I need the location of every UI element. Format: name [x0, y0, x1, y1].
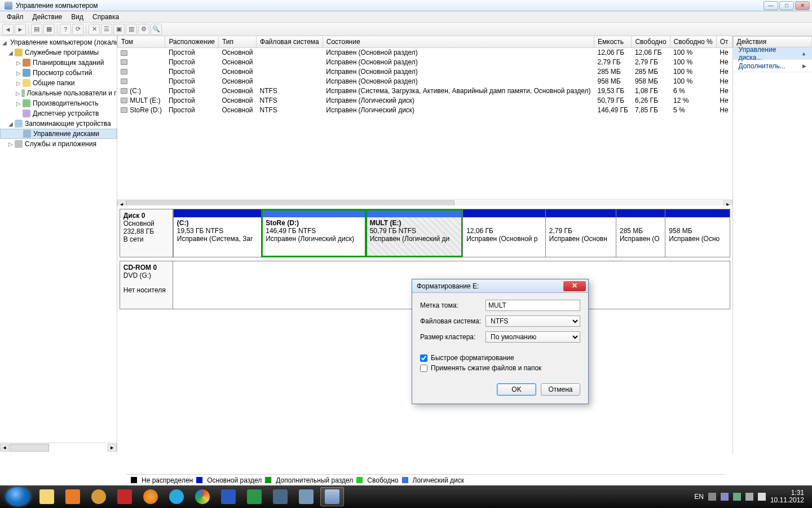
tree-scrollbar[interactable]: ◄► — [0, 443, 117, 452]
tree-device-manager[interactable]: Диспетчер устройств — [0, 108, 117, 119]
search-button[interactable]: 🔍 — [151, 24, 162, 35]
taskbar-app1[interactable] — [268, 487, 292, 506]
taskbar[interactable]: EN 1:3110.11.2012 — [0, 485, 812, 508]
tree-disk-management[interactable]: Управление дисками — [0, 129, 117, 139]
taskbar-app2[interactable] — [294, 487, 318, 506]
menu-help[interactable]: Справка — [88, 12, 123, 22]
disk0-header[interactable]: Диск 0 Основной 232,88 ГБ В сети — [120, 209, 173, 257]
refresh-button[interactable]: ⟳ — [72, 24, 83, 35]
tree-task-scheduler[interactable]: ▷Планировщик заданий — [0, 58, 117, 68]
label-compress: Применять сжатие файлов и папок — [431, 364, 541, 372]
taskbar-skype[interactable] — [165, 487, 188, 506]
menu-file[interactable]: Файл — [2, 12, 28, 22]
delete-button[interactable]: ✕ — [89, 24, 100, 35]
menu-action[interactable]: Действие — [28, 12, 67, 22]
col-capacity[interactable]: Емкость — [594, 36, 632, 47]
col-volume[interactable]: Том — [117, 36, 165, 47]
col-freepct[interactable]: Свободно % — [670, 36, 716, 47]
tray-icon[interactable] — [708, 493, 716, 501]
help2-button[interactable]: ? — [60, 24, 71, 35]
taskbar-mgmt[interactable] — [320, 487, 344, 506]
back-button[interactable]: ◄ — [2, 24, 14, 35]
list-button[interactable]: ☰ — [101, 24, 112, 35]
grid-top-button[interactable]: ▣ — [113, 24, 125, 35]
disk0-row[interactable]: Диск 0 Основной 232,88 ГБ В сети (C:)19,… — [120, 209, 730, 257]
taskbar-excel[interactable] — [242, 487, 266, 506]
tree-storage[interactable]: ◢Запоминающие устройства — [0, 119, 117, 129]
maximize-button[interactable]: □ — [779, 1, 794, 10]
forward-button[interactable]: ► — [15, 24, 26, 35]
volume-row[interactable]: ПростойОсновнойИсправен (Основной раздел… — [117, 57, 732, 67]
format-dialog: Форматирование E: ✕ Метка тома: Файловая… — [412, 279, 589, 404]
volume-row[interactable]: ПростойОсновнойИсправен (Основной раздел… — [117, 47, 732, 57]
action-center-icon[interactable] — [758, 493, 766, 501]
volume-list[interactable]: Том Расположение Тип Файловая система Со… — [117, 36, 732, 205]
network-icon[interactable] — [733, 493, 741, 501]
taskbar-filezilla[interactable] — [113, 487, 136, 506]
flag-icon[interactable] — [721, 493, 729, 501]
partition-c[interactable]: (C:)19,53 ГБ NTFSИсправен (Система, Заг — [173, 209, 262, 257]
volume-row[interactable]: StoRe (D:)ПростойОсновнойNTFSИсправен (Л… — [117, 105, 732, 115]
select-cluster-size[interactable]: По умолчанию — [486, 331, 580, 343]
col-status[interactable]: Состояние — [323, 36, 594, 47]
label-fs: Файловая система: — [420, 317, 486, 325]
close-button[interactable]: ✕ — [795, 1, 810, 10]
tree-performance[interactable]: ▷Производительность — [0, 98, 117, 108]
cancel-button[interactable]: Отмена — [541, 383, 580, 396]
tree-event-viewer[interactable]: ▷Просмотр событий — [0, 68, 117, 78]
taskbar-media[interactable] — [61, 487, 85, 506]
label-cluster: Размер кластера: — [420, 333, 486, 341]
dialog-title: Форматирование E: — [417, 282, 563, 290]
partition-d[interactable]: StoRe (D:)146,49 ГБ NTFSИсправен (Логиче… — [262, 209, 365, 257]
toolbar: ◄ ► ▤ ▦ ? ⟳ ✕ ☰ ▣ ▥ ⚙ 🔍 — [0, 23, 812, 36]
ok-button[interactable]: OK — [497, 383, 536, 396]
col-fs[interactable]: Файловая система — [257, 36, 323, 47]
partition-p3[interactable]: 285 МБИсправен (О — [616, 209, 665, 257]
tree-local-users[interactable]: ▷Локальные пользователи и г — [0, 88, 117, 98]
clock[interactable]: 1:3110.11.2012 — [770, 489, 804, 504]
list-scrollbar[interactable]: ◄► — [117, 199, 732, 205]
dialog-close-button[interactable]: ✕ — [563, 281, 586, 291]
volume-icon[interactable] — [745, 493, 753, 501]
col-layout[interactable]: Расположение — [165, 36, 219, 47]
input-volume-label[interactable] — [486, 300, 580, 311]
partition-e[interactable]: MULT (E:)50,79 ГБ NTFSИсправен (Логическ… — [366, 209, 463, 257]
taskbar-chrome[interactable] — [191, 487, 214, 506]
partition-p2[interactable]: 2,79 ГБИсправен (Основн — [545, 209, 616, 257]
checkbox-compress[interactable] — [420, 365, 427, 372]
volume-row[interactable]: ПростойОсновнойИсправен (Основной раздел… — [117, 76, 732, 86]
checkbox-quick-format[interactable] — [420, 354, 427, 362]
grid-bottom-button[interactable]: ▥ — [126, 24, 137, 35]
dialog-titlebar[interactable]: Форматирование E: ✕ — [412, 279, 588, 293]
tree-shared-folders[interactable]: ▷Общие папки — [0, 78, 117, 88]
col-type[interactable]: Тип — [219, 36, 257, 47]
tree-root[interactable]: ◢Управление компьютером (локаль — [0, 37, 117, 47]
col-free[interactable]: Свободно — [632, 36, 670, 47]
taskbar-explorer[interactable] — [35, 487, 59, 506]
start-button[interactable] — [6, 487, 30, 506]
actions-link-more[interactable]: Дополнитель...▶ — [733, 60, 812, 72]
actions-link-diskmgmt[interactable]: Управление диска...▲ — [733, 47, 812, 60]
taskbar-word[interactable] — [217, 487, 240, 506]
settings-button[interactable]: ⚙ — [138, 24, 149, 35]
volume-row[interactable]: ПростойОсновнойИсправен (Основной раздел… — [117, 67, 732, 76]
col-fault[interactable]: От — [716, 36, 732, 47]
taskbar-firefox[interactable] — [139, 487, 162, 506]
partition-p1[interactable]: 12,06 ГБИсправен (Основной р — [462, 209, 545, 257]
cdrom-header[interactable]: CD-ROM 0 DVD (G:) Нет носителя — [120, 261, 173, 309]
tree-services-apps[interactable]: ▷Службы и приложения — [0, 139, 117, 149]
volume-row[interactable]: MULT (E:)ПростойОсновнойNTFSИсправен (Ло… — [117, 95, 732, 105]
lang-indicator[interactable]: EN — [694, 493, 704, 501]
partition-p4[interactable]: 958 МБИсправен (Осно — [665, 209, 729, 257]
menu-view[interactable]: Вид — [67, 12, 88, 22]
tree-system-tools[interactable]: ◢Служебные программы — [0, 47, 117, 58]
properties-button[interactable]: ▦ — [43, 24, 55, 35]
taskbar-aimp[interactable] — [87, 487, 111, 506]
minimize-button[interactable]: — — [764, 1, 778, 10]
console-tree[interactable]: ◢Управление компьютером (локаль ◢Служебн… — [0, 36, 117, 454]
title-bar: Управление компьютером — □ ✕ — [0, 0, 812, 11]
volume-row[interactable]: (C:)ПростойОсновнойNTFSИсправен (Система… — [117, 86, 732, 95]
select-filesystem[interactable]: NTFS — [486, 316, 580, 327]
system-tray[interactable]: EN 1:3110.11.2012 — [694, 489, 810, 504]
show-hide-tree-button[interactable]: ▤ — [31, 24, 42, 35]
